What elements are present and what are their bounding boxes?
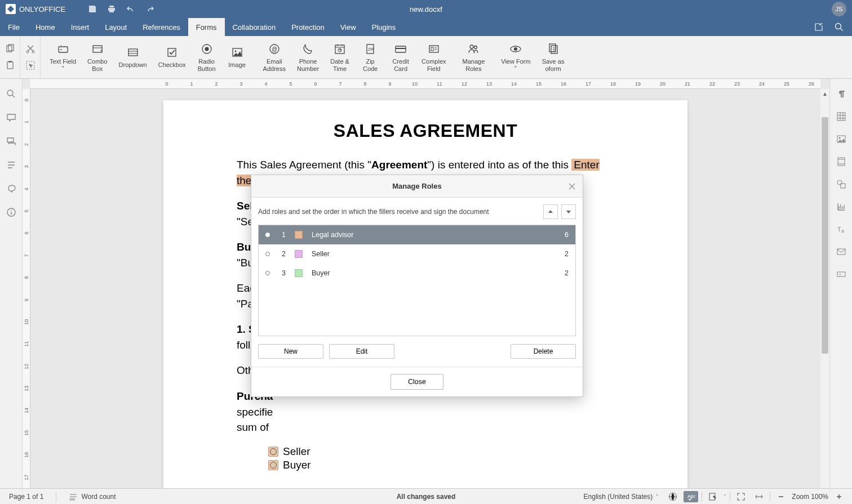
- delete-button[interactable]: Delete: [511, 344, 576, 359]
- edit-button[interactable]: Edit: [329, 344, 394, 359]
- role-row[interactable]: 1Legal advisor6: [259, 225, 575, 244]
- ruler-horizontal[interactable]: 0123456789101112131415161718192021222324…: [30, 79, 820, 89]
- select-all-icon[interactable]: [25, 60, 36, 70]
- role-color-swatch: [295, 269, 303, 277]
- svg-point-28: [514, 47, 517, 51]
- table-settings-icon[interactable]: [836, 111, 846, 122]
- header-footer-icon[interactable]: [836, 157, 846, 167]
- search-icon[interactable]: [834, 22, 844, 32]
- tab-home[interactable]: Home: [28, 18, 63, 36]
- ribbon-text-field[interactable]: Text Field˅: [44, 40, 82, 74]
- dialog-title-bar[interactable]: Manage Roles: [251, 175, 583, 198]
- spellcheck-icon[interactable]: [665, 491, 680, 502]
- tab-layout[interactable]: Layout: [97, 18, 135, 36]
- tab-collaboration[interactable]: Collaboration: [225, 18, 284, 36]
- tab-view[interactable]: View: [332, 18, 364, 36]
- tab-file[interactable]: File: [0, 18, 28, 36]
- role-count: 6: [565, 231, 569, 239]
- ribbon-complex-field[interactable]: ComplexField: [416, 40, 451, 74]
- headings-icon[interactable]: [6, 160, 16, 170]
- fit-width-icon[interactable]: [752, 491, 766, 502]
- print-icon[interactable]: [107, 5, 116, 14]
- document-title: new.docxf: [410, 5, 442, 14]
- role-row[interactable]: 2Seller2: [259, 244, 575, 264]
- spellcheck-toggle[interactable]: ABC: [684, 491, 698, 502]
- track-changes-icon[interactable]: [705, 491, 720, 502]
- close-button[interactable]: Close: [390, 374, 443, 390]
- ribbon-forms: Text Field˅ComboBoxDropdownCheckboxRadio…: [0, 36, 852, 79]
- tab-insert[interactable]: Insert: [63, 18, 97, 36]
- open-location-icon[interactable]: [814, 22, 824, 32]
- form-settings-icon[interactable]: [836, 269, 846, 279]
- zoom-level[interactable]: Zoom 100%: [792, 493, 828, 501]
- tab-plugins[interactable]: Plugins: [364, 18, 404, 36]
- status-bar: Page 1 of 1 123 Word count All changes s…: [0, 488, 852, 504]
- ribbon-manage-roles[interactable]: ManageRoles: [457, 40, 491, 74]
- user-avatar[interactable]: JS: [832, 2, 846, 16]
- role-name: Seller: [312, 250, 565, 258]
- ribbon-checkbox[interactable]: Checkbox: [153, 43, 192, 71]
- ribbon-email-address[interactable]: @EmailAddress: [258, 40, 291, 74]
- feedback-icon[interactable]: [6, 184, 16, 194]
- mail-merge-icon[interactable]: [836, 247, 846, 257]
- ribbon-phone-number[interactable]: PhoneNumber: [291, 40, 325, 74]
- vertical-scrollbar[interactable]: ▲: [820, 89, 829, 488]
- ribbon-icon: [56, 42, 70, 56]
- role-row[interactable]: 3Buyer2: [259, 264, 575, 283]
- chat-icon[interactable]: [6, 136, 16, 146]
- ribbon-combo-box[interactable]: ComboBox: [82, 40, 113, 74]
- order-dot-icon: [265, 271, 270, 275]
- role-index: 3: [278, 269, 286, 277]
- ribbon-date-time[interactable]: Date &Time: [325, 40, 355, 74]
- text-art-icon[interactable]: Ta: [836, 224, 846, 234]
- ruler-vertical[interactable]: 01234567891011121314151617: [23, 89, 30, 488]
- about-icon[interactable]: [6, 207, 16, 217]
- zoom-out-icon[interactable]: [774, 491, 788, 502]
- close-icon[interactable]: [568, 182, 576, 190]
- radio-buyer[interactable]: Buyer: [268, 459, 614, 471]
- svg-rect-11: [168, 48, 176, 56]
- svg-text:@: @: [272, 46, 277, 52]
- comments-icon[interactable]: [6, 113, 16, 123]
- paste-icon[interactable]: [5, 60, 15, 70]
- undo-icon[interactable]: [126, 5, 135, 14]
- tab-forms[interactable]: Forms: [188, 18, 225, 36]
- svg-rect-10: [128, 49, 137, 56]
- scrollbar-thumb[interactable]: [822, 117, 828, 354]
- move-up-button[interactable]: [543, 204, 558, 219]
- language-selector[interactable]: English (United States) ˅: [580, 493, 663, 501]
- word-count[interactable]: 123 Word count: [65, 492, 119, 501]
- tab-protection[interactable]: Protection: [283, 18, 332, 36]
- role-list[interactable]: 1Legal advisor62Seller23Buyer2: [258, 225, 576, 336]
- ribbon-image[interactable]: Image: [222, 43, 252, 71]
- ribbon-credit-card[interactable]: CreditCard: [385, 40, 416, 74]
- save-icon[interactable]: [88, 5, 97, 14]
- ribbon-zip-code[interactable]: ZIPZipCode: [355, 40, 385, 74]
- dialog-subtitle: Add roles and set the order in which the…: [258, 204, 576, 219]
- move-down-button[interactable]: [561, 204, 576, 219]
- paragraph-settings-icon[interactable]: [836, 89, 846, 99]
- cut-icon[interactable]: [25, 44, 36, 54]
- svg-point-31: [7, 90, 13, 96]
- page-indicator[interactable]: Page 1 of 1: [6, 493, 47, 501]
- zoom-in-icon[interactable]: [832, 491, 846, 502]
- svg-rect-33: [837, 113, 845, 121]
- find-icon[interactable]: [6, 89, 16, 99]
- ribbon-view-form[interactable]: View Form˅: [495, 40, 536, 74]
- ribbon-save-as-oform[interactable]: Save asoform: [536, 40, 570, 74]
- image-settings-icon[interactable]: [836, 134, 846, 144]
- copy-icon[interactable]: [5, 44, 15, 54]
- shape-settings-icon[interactable]: [836, 179, 846, 189]
- fit-page-icon[interactable]: [734, 491, 748, 502]
- tab-references[interactable]: References: [135, 18, 188, 36]
- radio-seller[interactable]: Seller: [268, 445, 614, 458]
- new-button[interactable]: New: [258, 344, 323, 359]
- redo-icon[interactable]: [145, 5, 154, 14]
- quick-access-toolbar: [88, 5, 154, 14]
- svg-rect-23: [429, 46, 438, 52]
- ribbon-dropdown[interactable]: Dropdown: [113, 43, 153, 71]
- chart-settings-icon[interactable]: [836, 202, 846, 212]
- ribbon-radio-button[interactable]: RadioButton: [192, 40, 222, 74]
- scroll-up-icon[interactable]: ▲: [820, 89, 829, 98]
- save-status: All changes saved: [397, 493, 456, 501]
